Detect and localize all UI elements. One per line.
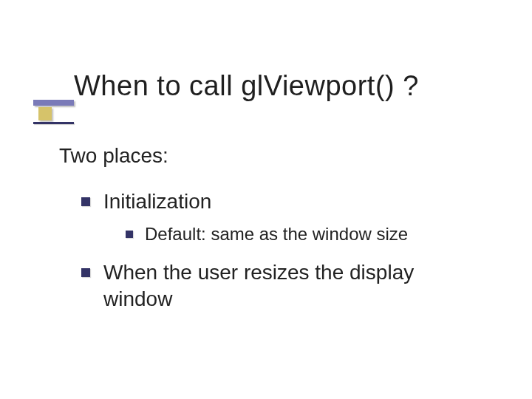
list-item-text: Default: same as the window size	[145, 222, 488, 245]
title-block: When to call glViewport() ?	[74, 70, 419, 102]
list-item-text: Initialization	[103, 188, 488, 215]
square-bullet-icon	[126, 231, 133, 238]
list-item: When the user resizes the display window	[81, 259, 488, 313]
slide-title: When to call glViewport() ?	[74, 70, 419, 102]
list-item: Initialization	[81, 188, 488, 215]
slide-body: Two places: Initialization Default: same…	[59, 144, 488, 320]
square-bullet-icon	[81, 197, 90, 206]
slide: When to call glViewport() ? Two places: …	[0, 0, 532, 399]
list-item: Default: same as the window size	[126, 222, 488, 245]
square-bullet-icon	[81, 268, 90, 277]
list-item-text: When the user resizes the display window	[103, 259, 488, 313]
title-decor-icon	[33, 100, 74, 125]
lead-text: Two places:	[59, 144, 488, 168]
